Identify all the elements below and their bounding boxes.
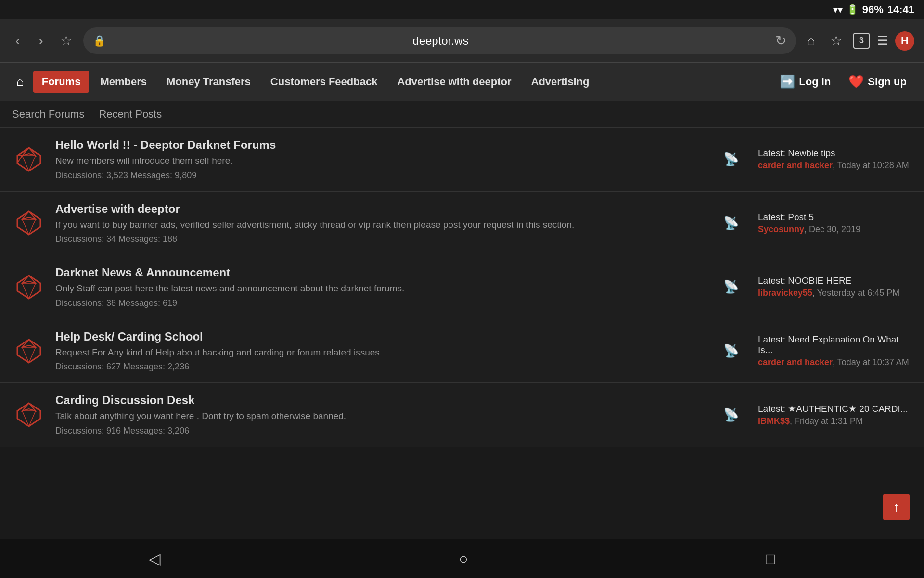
forum-stats: Discussions: 627 Messages: 2,236 [55, 362, 704, 372]
scroll-top-button[interactable]: ↑ [883, 494, 910, 520]
forum-desc: Talk about anything you want here . Dont… [55, 410, 704, 423]
forum-desc: New members will introduce them self her… [55, 155, 704, 168]
menu-user-button[interactable]: H [895, 31, 914, 51]
status-icons: ▾▾ 🔋 96% 14:41 [833, 3, 914, 16]
forum-row: Advertise with deeptor If you want to bu… [0, 192, 924, 256]
android-back-button[interactable]: ◁ [149, 550, 161, 568]
latest-username[interactable]: IBMK$$ [758, 416, 790, 426]
android-home-button[interactable]: ○ [459, 550, 468, 568]
login-icon: ➡️ [780, 74, 795, 89]
forum-stats: Discussions: 34 Messages: 188 [55, 234, 704, 244]
forum-info: Hello World !! - Deeptor Darknet Forums … [55, 138, 704, 181]
android-recent-button[interactable]: □ [766, 550, 775, 568]
rss-icon[interactable]: 📡 [714, 279, 748, 294]
forum-info: Help Desk/ Carding School Request For An… [55, 330, 704, 372]
forum-icon [12, 143, 46, 176]
latest-username[interactable]: carder and hacker [758, 160, 833, 170]
nav-members[interactable]: Members [91, 71, 155, 93]
latest-username[interactable]: Sycosunny [758, 224, 804, 234]
forward-button[interactable]: › [33, 29, 49, 53]
login-label: Log in [799, 76, 831, 88]
url-bar[interactable]: 🔒 deeptor.ws ↻ [83, 27, 796, 54]
forum-latest: Latest: Post 5 Sycosunny, Dec 30, 2019 [758, 212, 912, 235]
svg-marker-21 [17, 403, 40, 426]
forum-desc: Request For Any kind of Help about hacki… [55, 346, 704, 359]
forum-title[interactable]: Carding Discussion Desk [55, 394, 704, 407]
latest-time: , Today at 10:28 AM [833, 160, 909, 170]
wifi-icon: ▾▾ [833, 4, 843, 15]
forum-title[interactable]: Hello World !! - Deeptor Darknet Forums [55, 138, 704, 152]
rss-icon[interactable]: 📡 [714, 343, 748, 358]
battery-icon: 🔋 [847, 4, 859, 15]
nav-customers-feedback[interactable]: Customers Feedback [262, 71, 386, 93]
signup-button[interactable]: ❤️ Sign up [841, 70, 914, 93]
home-browser-button[interactable]: ⌂ [803, 29, 819, 53]
latest-time: , Today at 10:37 AM [833, 357, 909, 367]
main-nav: ⌂ Forums Members Money Transfers Custome… [0, 63, 924, 101]
forum-latest: Latest: NOOBIE HERE libravickey55, Yeste… [758, 276, 912, 298]
latest-username[interactable]: carder and hacker [758, 357, 833, 367]
nav-forums[interactable]: Forums [33, 71, 90, 93]
forum-row: Help Desk/ Carding School Request For An… [0, 319, 924, 383]
forum-info: Darknet News & Announcement Only Staff c… [55, 266, 704, 308]
forum-info: Advertise with deeptor If you want to bu… [55, 202, 704, 245]
rss-icon[interactable]: 📡 [714, 407, 748, 422]
svg-marker-6 [17, 211, 40, 235]
nav-home-button[interactable]: ⌂ [10, 70, 31, 93]
latest-user: carder and hacker, Today at 10:37 AM [758, 357, 912, 368]
forum-title[interactable]: Advertise with deeptor [55, 202, 704, 216]
forum-row: Carding Discussion Desk Talk about anyth… [0, 383, 924, 447]
svg-marker-0 [17, 148, 40, 171]
latest-time: , Dec 30, 2019 [804, 224, 860, 234]
login-button[interactable]: ➡️ Log in [772, 70, 838, 93]
status-bar: ▾▾ 🔋 96% 14:41 [0, 0, 924, 19]
nav-advertising[interactable]: Advertising [523, 71, 598, 93]
latest-user: carder and hacker, Today at 10:28 AM [758, 160, 912, 171]
tab-count-button[interactable]: 3 [853, 33, 870, 49]
latest-title: Latest: Need Explanation On What Is... [758, 334, 912, 355]
svg-marker-11 [17, 276, 40, 299]
hamburger-icon: ☰ [877, 33, 888, 48]
latest-user: IBMK$$, Friday at 1:31 PM [758, 416, 912, 426]
rss-icon[interactable]: 📡 [714, 216, 748, 231]
bookmark-button[interactable]: ☆ [56, 29, 76, 53]
clock: 14:41 [887, 3, 914, 16]
signup-icon: ❤️ [848, 74, 864, 89]
latest-time: , Yesterday at 6:45 PM [812, 288, 899, 298]
forum-latest: Latest: ★AUTHENTIC★ 20 CARDI... IBMK$$, … [758, 403, 912, 426]
forum-desc: If you want to buy banner ads, verified … [55, 219, 704, 232]
latest-user: libravickey55, Yesterday at 6:45 PM [758, 288, 912, 298]
android-nav-bar: ◁ ○ □ [0, 539, 924, 578]
forum-stats: Discussions: 3,523 Messages: 9,809 [55, 171, 704, 181]
latest-user: Sycosunny, Dec 30, 2019 [758, 224, 912, 235]
reload-button[interactable]: ↻ [775, 33, 786, 49]
battery-percent: 96% [862, 3, 884, 16]
forum-title[interactable]: Help Desk/ Carding School [55, 330, 704, 343]
latest-title: Latest: Post 5 [758, 212, 912, 223]
forum-desc: Only Staff can post here the latest news… [55, 282, 704, 295]
sub-nav: Search Forums Recent Posts [0, 101, 924, 128]
svg-marker-16 [17, 340, 40, 363]
forum-row: Darknet News & Announcement Only Staff c… [0, 255, 924, 319]
latest-title: Latest: NOOBIE HERE [758, 276, 912, 286]
forum-list: Hello World !! - Deeptor Darknet Forums … [0, 128, 924, 447]
latest-title: Latest: Newbie tips [758, 148, 912, 158]
search-forums-link[interactable]: Search Forums [12, 108, 84, 120]
recent-posts-link[interactable]: Recent Posts [99, 108, 162, 120]
bookmarks-button[interactable]: ☆ [826, 29, 846, 53]
forum-stats: Discussions: 916 Messages: 3,206 [55, 426, 704, 436]
latest-username[interactable]: libravickey55 [758, 288, 812, 298]
nav-advertise[interactable]: Advertise with deeptor [388, 71, 520, 93]
forum-icon [12, 270, 46, 304]
forum-latest: Latest: Newbie tips carder and hacker, T… [758, 148, 912, 171]
forum-row: Hello World !! - Deeptor Darknet Forums … [0, 128, 924, 192]
rss-icon[interactable]: 📡 [714, 152, 748, 167]
url-text: deeptor.ws [111, 34, 770, 48]
forum-stats: Discussions: 38 Messages: 619 [55, 298, 704, 308]
forum-icon [12, 398, 46, 432]
forum-title[interactable]: Darknet News & Announcement [55, 266, 704, 279]
forum-icon [12, 334, 46, 368]
back-button[interactable]: ‹ [10, 29, 26, 53]
forum-latest: Latest: Need Explanation On What Is... c… [758, 334, 912, 368]
nav-money-transfers[interactable]: Money Transfers [158, 71, 259, 93]
